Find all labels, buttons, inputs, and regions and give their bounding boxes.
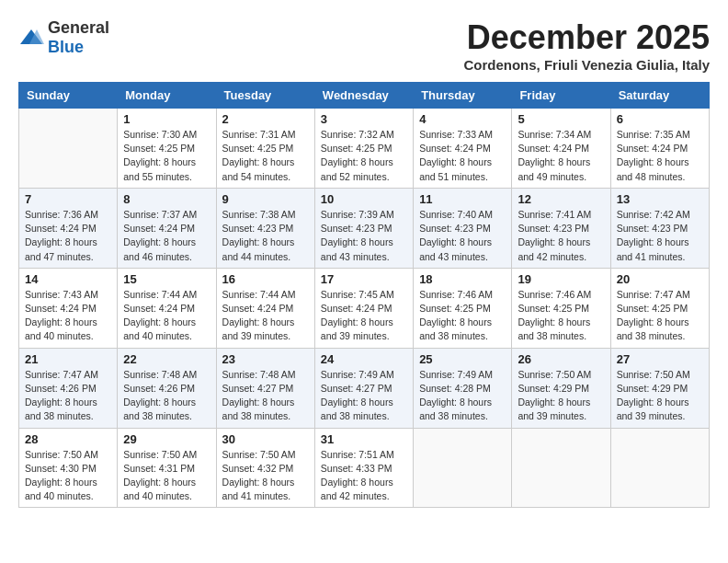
month-title: December 2025 [463, 18, 710, 57]
day-info: Sunrise: 7:37 AMSunset: 4:24 PMDaylight:… [123, 208, 210, 264]
calendar-cell: 7Sunrise: 7:36 AMSunset: 4:24 PMDaylight… [19, 188, 118, 268]
day-info: Sunrise: 7:44 AMSunset: 4:24 PMDaylight:… [222, 288, 309, 344]
day-info: Sunrise: 7:44 AMSunset: 4:24 PMDaylight:… [123, 288, 210, 344]
week-row-5: 28Sunrise: 7:50 AMSunset: 4:30 PMDayligh… [19, 428, 710, 508]
day-info: Sunrise: 7:50 AMSunset: 4:30 PMDaylight:… [25, 448, 111, 504]
week-row-4: 21Sunrise: 7:47 AMSunset: 4:26 PMDayligh… [19, 348, 710, 428]
location-title: Cordenons, Friuli Venezia Giulia, Italy [463, 57, 710, 73]
calendar-cell: 28Sunrise: 7:50 AMSunset: 4:30 PMDayligh… [19, 428, 118, 508]
weekday-header-saturday: Saturday [610, 83, 709, 109]
day-info: Sunrise: 7:38 AMSunset: 4:23 PMDaylight:… [222, 208, 309, 264]
calendar-cell: 30Sunrise: 7:50 AMSunset: 4:32 PMDayligh… [216, 428, 314, 508]
day-number: 10 [321, 192, 407, 206]
week-row-3: 14Sunrise: 7:43 AMSunset: 4:24 PMDayligh… [19, 268, 710, 348]
day-info: Sunrise: 7:42 AMSunset: 4:23 PMDaylight:… [617, 208, 703, 264]
day-info: Sunrise: 7:36 AMSunset: 4:24 PMDaylight:… [25, 208, 111, 264]
day-number: 4 [419, 112, 506, 126]
calendar-cell: 1Sunrise: 7:30 AMSunset: 4:25 PMDaylight… [118, 109, 216, 189]
day-number: 30 [222, 432, 309, 446]
calendar-cell: 6Sunrise: 7:35 AMSunset: 4:24 PMDaylight… [610, 109, 709, 189]
title-area: December 2025 Cordenons, Friuli Venezia … [463, 18, 710, 73]
day-number: 18 [419, 272, 506, 286]
day-number: 31 [321, 432, 407, 446]
calendar-cell: 9Sunrise: 7:38 AMSunset: 4:23 PMDaylight… [216, 188, 314, 268]
calendar-cell: 11Sunrise: 7:40 AMSunset: 4:23 PMDayligh… [414, 188, 512, 268]
calendar-cell: 4Sunrise: 7:33 AMSunset: 4:24 PMDaylight… [414, 109, 512, 189]
day-info: Sunrise: 7:48 AMSunset: 4:27 PMDaylight:… [222, 368, 309, 424]
day-info: Sunrise: 7:33 AMSunset: 4:24 PMDaylight:… [419, 128, 506, 184]
day-number: 23 [222, 352, 309, 366]
day-info: Sunrise: 7:50 AMSunset: 4:29 PMDaylight:… [617, 368, 703, 424]
calendar-cell: 22Sunrise: 7:48 AMSunset: 4:26 PMDayligh… [118, 348, 216, 428]
day-number: 29 [123, 432, 210, 446]
day-info: Sunrise: 7:50 AMSunset: 4:29 PMDaylight:… [518, 368, 604, 424]
calendar-cell [610, 428, 709, 508]
day-number: 16 [222, 272, 309, 286]
logo-text: General Blue [48, 18, 109, 57]
calendar-cell: 17Sunrise: 7:45 AMSunset: 4:24 PMDayligh… [314, 268, 413, 348]
day-number: 24 [321, 352, 407, 366]
calendar-cell [19, 109, 118, 189]
day-info: Sunrise: 7:48 AMSunset: 4:26 PMDaylight:… [123, 368, 210, 424]
day-info: Sunrise: 7:49 AMSunset: 4:28 PMDaylight:… [419, 368, 506, 424]
day-number: 2 [222, 112, 309, 126]
day-info: Sunrise: 7:50 AMSunset: 4:32 PMDaylight:… [222, 448, 309, 504]
calendar: SundayMondayTuesdayWednesdayThursdayFrid… [18, 82, 710, 508]
day-number: 25 [419, 352, 506, 366]
day-info: Sunrise: 7:50 AMSunset: 4:31 PMDaylight:… [123, 448, 210, 504]
day-number: 19 [518, 272, 604, 286]
day-number: 21 [25, 352, 111, 366]
day-info: Sunrise: 7:43 AMSunset: 4:24 PMDaylight:… [25, 288, 111, 344]
day-info: Sunrise: 7:45 AMSunset: 4:24 PMDaylight:… [321, 288, 407, 344]
day-number: 12 [518, 192, 604, 206]
week-row-2: 7Sunrise: 7:36 AMSunset: 4:24 PMDaylight… [19, 188, 710, 268]
week-row-1: 1Sunrise: 7:30 AMSunset: 4:25 PMDaylight… [19, 109, 710, 189]
day-number: 20 [617, 272, 703, 286]
calendar-cell [512, 428, 610, 508]
day-info: Sunrise: 7:35 AMSunset: 4:24 PMDaylight:… [617, 128, 703, 184]
calendar-cell: 31Sunrise: 7:51 AMSunset: 4:33 PMDayligh… [314, 428, 413, 508]
day-info: Sunrise: 7:46 AMSunset: 4:25 PMDaylight:… [518, 288, 604, 344]
day-info: Sunrise: 7:30 AMSunset: 4:25 PMDaylight:… [123, 128, 210, 184]
day-info: Sunrise: 7:39 AMSunset: 4:23 PMDaylight:… [321, 208, 407, 264]
day-number: 27 [617, 352, 703, 366]
day-number: 13 [617, 192, 703, 206]
day-number: 26 [518, 352, 604, 366]
day-number: 22 [123, 352, 210, 366]
logo-general: General [48, 18, 109, 37]
calendar-cell: 12Sunrise: 7:41 AMSunset: 4:23 PMDayligh… [512, 188, 610, 268]
calendar-cell: 3Sunrise: 7:32 AMSunset: 4:25 PMDaylight… [314, 109, 413, 189]
day-info: Sunrise: 7:34 AMSunset: 4:24 PMDaylight:… [518, 128, 604, 184]
day-number: 6 [617, 112, 703, 126]
calendar-cell: 16Sunrise: 7:44 AMSunset: 4:24 PMDayligh… [216, 268, 314, 348]
calendar-cell: 29Sunrise: 7:50 AMSunset: 4:31 PMDayligh… [118, 428, 216, 508]
day-info: Sunrise: 7:46 AMSunset: 4:25 PMDaylight:… [419, 288, 506, 344]
calendar-cell: 8Sunrise: 7:37 AMSunset: 4:24 PMDaylight… [118, 188, 216, 268]
day-info: Sunrise: 7:31 AMSunset: 4:25 PMDaylight:… [222, 128, 309, 184]
day-number: 9 [222, 192, 309, 206]
calendar-cell: 19Sunrise: 7:46 AMSunset: 4:25 PMDayligh… [512, 268, 610, 348]
day-info: Sunrise: 7:41 AMSunset: 4:23 PMDaylight:… [518, 208, 604, 264]
weekday-header-tuesday: Tuesday [216, 83, 314, 109]
calendar-cell: 18Sunrise: 7:46 AMSunset: 4:25 PMDayligh… [414, 268, 512, 348]
day-info: Sunrise: 7:47 AMSunset: 4:25 PMDaylight:… [617, 288, 703, 344]
calendar-cell: 27Sunrise: 7:50 AMSunset: 4:29 PMDayligh… [610, 348, 709, 428]
calendar-cell: 14Sunrise: 7:43 AMSunset: 4:24 PMDayligh… [19, 268, 118, 348]
day-number: 28 [25, 432, 111, 446]
calendar-cell: 26Sunrise: 7:50 AMSunset: 4:29 PMDayligh… [512, 348, 610, 428]
day-number: 5 [518, 112, 604, 126]
weekday-header-sunday: Sunday [19, 83, 118, 109]
weekday-header-wednesday: Wednesday [314, 83, 413, 109]
calendar-cell [414, 428, 512, 508]
day-info: Sunrise: 7:47 AMSunset: 4:26 PMDaylight:… [25, 368, 111, 424]
calendar-cell: 13Sunrise: 7:42 AMSunset: 4:23 PMDayligh… [610, 188, 709, 268]
weekday-header-thursday: Thursday [414, 83, 512, 109]
calendar-cell: 10Sunrise: 7:39 AMSunset: 4:23 PMDayligh… [314, 188, 413, 268]
calendar-cell: 20Sunrise: 7:47 AMSunset: 4:25 PMDayligh… [610, 268, 709, 348]
day-number: 14 [25, 272, 111, 286]
day-info: Sunrise: 7:32 AMSunset: 4:25 PMDaylight:… [321, 128, 407, 184]
day-info: Sunrise: 7:40 AMSunset: 4:23 PMDaylight:… [419, 208, 506, 264]
calendar-cell: 25Sunrise: 7:49 AMSunset: 4:28 PMDayligh… [414, 348, 512, 428]
logo: General Blue [18, 18, 109, 57]
calendar-cell: 5Sunrise: 7:34 AMSunset: 4:24 PMDaylight… [512, 109, 610, 189]
